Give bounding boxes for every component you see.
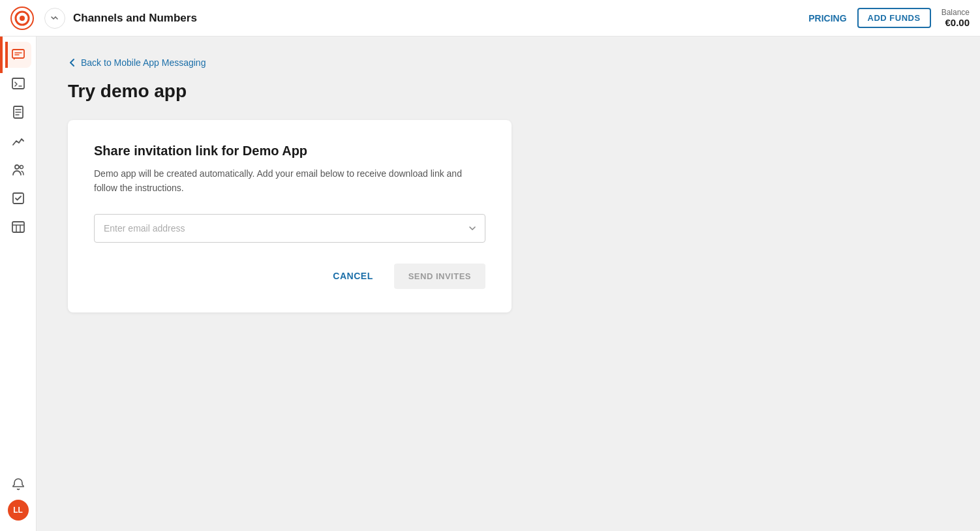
balance-label: Balance: [942, 8, 970, 17]
svg-rect-9: [12, 222, 24, 232]
back-arrow-icon: [68, 58, 77, 67]
main-layout: LL Back to Mobile App Messaging Try demo…: [0, 37, 980, 531]
balance-value: €0.00: [945, 17, 970, 28]
sidebar-item-table[interactable]: [5, 214, 31, 240]
pricing-link[interactable]: PRICING: [808, 13, 846, 23]
expand-button[interactable]: [44, 8, 65, 29]
sidebar-item-analytics[interactable]: [5, 128, 31, 154]
active-indicator: [5, 42, 8, 68]
svg-point-2: [20, 16, 25, 21]
svg-point-7: [20, 166, 23, 169]
chat-icon: [11, 48, 25, 62]
page-title: Try demo app: [68, 81, 949, 102]
bell-icon: [12, 478, 25, 491]
top-nav: Channels and Numbers PRICING ADD FUNDS B…: [0, 0, 980, 37]
email-input-wrapper: [94, 214, 485, 243]
send-invites-button[interactable]: SEND INVITES: [394, 264, 485, 289]
email-input[interactable]: [94, 214, 485, 243]
sidebar-bottom: LL: [5, 471, 31, 526]
notifications-button[interactable]: [5, 471, 31, 497]
card-title: Share invitation link for Demo App: [94, 144, 485, 159]
sidebar-item-terminal[interactable]: [5, 70, 31, 97]
main-content: Back to Mobile App Messaging Try demo ap…: [37, 37, 980, 531]
analytics-icon: [11, 134, 25, 148]
checklist-icon: [11, 191, 25, 205]
invite-card: Share invitation link for Demo App Demo …: [68, 120, 512, 312]
back-link[interactable]: Back to Mobile App Messaging: [68, 57, 206, 68]
table-icon: [11, 220, 25, 234]
sidebar-item-people[interactable]: [5, 157, 31, 183]
app-logo[interactable]: [10, 7, 34, 30]
cancel-button[interactable]: CANCEL: [322, 264, 383, 288]
card-description: Demo app will be created automatically. …: [94, 166, 485, 196]
svg-point-6: [15, 165, 19, 169]
header-actions: PRICING ADD FUNDS Balance €0.00: [808, 8, 970, 28]
sidebar-item-messaging[interactable]: [5, 42, 31, 68]
sidebar-item-surveys[interactable]: [5, 99, 31, 125]
balance-display: Balance €0.00: [942, 8, 970, 28]
people-icon: [11, 162, 25, 177]
survey-icon: [11, 105, 25, 119]
terminal-icon: [11, 76, 25, 91]
svg-rect-4: [12, 78, 24, 89]
add-funds-button[interactable]: ADD FUNDS: [857, 8, 931, 28]
sidebar: LL: [0, 37, 37, 531]
sidebar-item-checklist[interactable]: [5, 185, 31, 211]
user-avatar[interactable]: LL: [8, 500, 29, 521]
page-header-title: Channels and Numbers: [73, 12, 808, 25]
svg-rect-3: [12, 50, 24, 58]
card-actions: CANCEL SEND INVITES: [94, 264, 485, 289]
